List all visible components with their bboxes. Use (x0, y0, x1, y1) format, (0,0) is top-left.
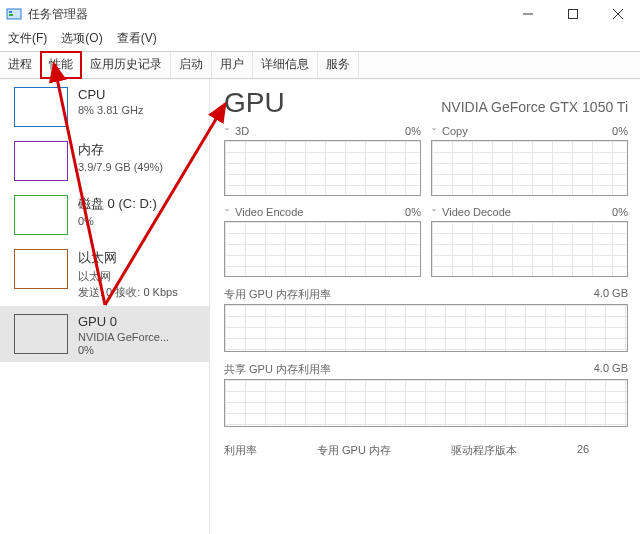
menu-bar: 文件(F) 选项(O) 查看(V) (0, 28, 640, 51)
sidebar-item-ethernet[interactable]: 以太网 以太网 发送: 0 接收: 0 Kbps (0, 241, 209, 306)
menu-options[interactable]: 选项(O) (61, 30, 102, 47)
plot-venc-pct: 0% (405, 206, 421, 219)
cpu-title: CPU (78, 87, 143, 102)
plot-shr-label: 共享 GPU 内存利用率 (224, 362, 331, 377)
plot-vdec-selector[interactable]: ˅ Video Decode (431, 206, 511, 219)
main-header: GPU NVIDIA GeForce GTX 1050 Ti (224, 87, 628, 119)
cpu-text: CPU 8% 3.81 GHz (78, 87, 143, 127)
chevron-down-icon: ˅ (224, 209, 230, 217)
ded-mem-label: 专用 GPU 内存 (317, 443, 391, 458)
plot-shr-graph (224, 379, 628, 427)
plot-ded-label: 专用 GPU 内存利用率 (224, 287, 331, 302)
ethernet-text: 以太网 以太网 发送: 0 接收: 0 Kbps (78, 249, 178, 300)
tab-startup[interactable]: 启动 (171, 52, 212, 78)
gpu-sub: NVIDIA GeForce... (78, 331, 169, 343)
content-area: CPU 8% 3.81 GHz 内存 3.9/7.9 GB (49%) 磁盘 0… (0, 79, 640, 534)
sidebar-item-disk[interactable]: 磁盘 0 (C: D:) 0% (0, 187, 209, 241)
window-title: 任务管理器 (28, 6, 88, 23)
plot-row-2: ˅ Video Encode 0% ˅ Video Decode 0% (224, 206, 628, 277)
tab-app-history[interactable]: 应用历史记录 (82, 52, 171, 78)
memory-sub: 3.9/7.9 GB (49%) (78, 161, 163, 173)
cpu-thumb-chart (14, 87, 68, 127)
plot-video-decode: ˅ Video Decode 0% (431, 206, 628, 277)
plot-3d-label: 3D (235, 125, 249, 137)
gpu-thumb-chart (14, 314, 68, 354)
disk-thumb-chart (14, 195, 68, 235)
plot-dedicated-mem: 专用 GPU 内存利用率 4.0 GB (224, 287, 628, 352)
app-icon (6, 6, 22, 22)
plot-copy-graph (431, 140, 628, 196)
ethernet-thumb-chart (14, 249, 68, 289)
tab-processes[interactable]: 进程 (0, 52, 41, 78)
gpu-title: GPU 0 (78, 314, 169, 329)
svg-rect-2 (9, 14, 13, 16)
util-label: 利用率 (224, 443, 257, 458)
plot-video-encode: ˅ Video Encode 0% (224, 206, 421, 277)
main-heading: GPU (224, 87, 285, 119)
stats-row: 利用率 专用 GPU 内存 驱动程序版本 26 (224, 437, 628, 458)
plot-row-1: ˅ 3D 0% ˅ Copy 0% (224, 125, 628, 196)
sidebar-item-memory[interactable]: 内存 3.9/7.9 GB (49%) (0, 133, 209, 187)
plot-venc-label: Video Encode (235, 206, 303, 218)
plot-vdec-pct: 0% (612, 206, 628, 219)
disk-title: 磁盘 0 (C: D:) (78, 195, 157, 213)
tab-services[interactable]: 服务 (318, 52, 359, 78)
gpu-text: GPU 0 NVIDIA GeForce... 0% (78, 314, 169, 356)
plot-3d-pct: 0% (405, 125, 421, 138)
gpu-model-name: NVIDIA GeForce GTX 1050 Ti (441, 99, 628, 115)
chevron-down-icon: ˅ (431, 128, 437, 136)
plot-vdec-graph (431, 221, 628, 277)
tab-performance[interactable]: 性能 (40, 51, 82, 79)
cpu-sub: 8% 3.81 GHz (78, 104, 143, 116)
disk-sub: 0% (78, 215, 157, 227)
plot-ded-max: 4.0 GB (594, 287, 628, 302)
svg-rect-1 (9, 11, 12, 13)
maximize-button[interactable] (550, 0, 595, 28)
chevron-down-icon: ˅ (224, 128, 230, 136)
tab-details[interactable]: 详细信息 (253, 52, 318, 78)
memory-thumb-chart (14, 141, 68, 181)
menu-file[interactable]: 文件(F) (8, 30, 47, 47)
main-panel: GPU NVIDIA GeForce GTX 1050 Ti ˅ 3D 0% ˅… (210, 79, 640, 534)
plot-copy-pct: 0% (612, 125, 628, 138)
close-button[interactable] (595, 0, 640, 28)
ethernet-title: 以太网 (78, 249, 178, 267)
menu-view[interactable]: 查看(V) (117, 30, 157, 47)
ethernet-sub2: 发送: 0 接收: 0 Kbps (78, 285, 178, 300)
minimize-button[interactable] (505, 0, 550, 28)
driver-label: 驱动程序版本 (451, 443, 517, 458)
plot-shr-max: 4.0 GB (594, 362, 628, 377)
gpu-sub2: 0% (78, 344, 169, 356)
title-bar: 任务管理器 (0, 0, 640, 28)
plot-venc-selector[interactable]: ˅ Video Encode (224, 206, 303, 219)
ethernet-sub: 以太网 (78, 269, 178, 284)
window-controls (505, 0, 640, 28)
performance-sidebar: CPU 8% 3.81 GHz 内存 3.9/7.9 GB (49%) 磁盘 0… (0, 79, 210, 534)
plot-copy: ˅ Copy 0% (431, 125, 628, 196)
svg-rect-4 (568, 10, 577, 19)
plot-shared-mem: 共享 GPU 内存利用率 4.0 GB (224, 362, 628, 427)
sidebar-item-gpu[interactable]: GPU 0 NVIDIA GeForce... 0% (0, 306, 209, 362)
tab-users[interactable]: 用户 (212, 52, 253, 78)
plot-ded-graph (224, 304, 628, 352)
plot-vdec-label: Video Decode (442, 206, 511, 218)
plot-3d-graph (224, 140, 421, 196)
memory-text: 内存 3.9/7.9 GB (49%) (78, 141, 163, 181)
plot-venc-graph (224, 221, 421, 277)
disk-text: 磁盘 0 (C: D:) 0% (78, 195, 157, 235)
plot-3d-selector[interactable]: ˅ 3D (224, 125, 249, 138)
plot-3d: ˅ 3D 0% (224, 125, 421, 196)
driver-value: 26 (577, 443, 589, 458)
sidebar-item-cpu[interactable]: CPU 8% 3.81 GHz (0, 79, 209, 133)
tab-bar: 进程 性能 应用历史记录 启动 用户 详细信息 服务 (0, 51, 640, 79)
plot-copy-label: Copy (442, 125, 468, 137)
chevron-down-icon: ˅ (431, 209, 437, 217)
memory-title: 内存 (78, 141, 163, 159)
plot-copy-selector[interactable]: ˅ Copy (431, 125, 468, 138)
